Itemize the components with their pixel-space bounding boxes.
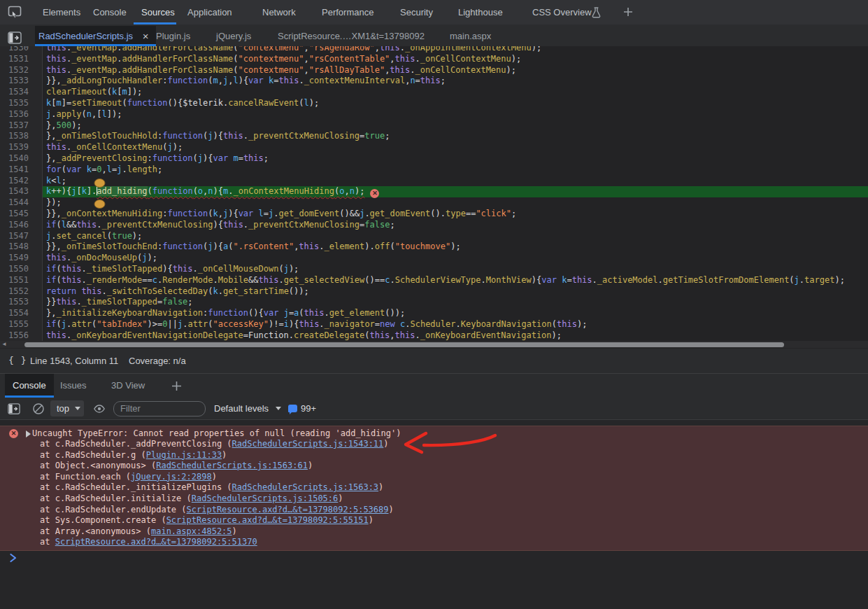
line-number[interactable]: 1532 [0, 65, 43, 76]
code-line-1533[interactable]: 1533}},_addLongTouchHandler:function(m,j… [0, 76, 868, 87]
drawer-tab-3d-view[interactable]: 3D View [111, 374, 145, 398]
main-tab-performance[interactable]: Performance [322, 0, 373, 24]
code-line-1548[interactable]: 1548}},_onTimeSlotTouchEnd:function(j){a… [0, 241, 868, 253]
line-number[interactable]: 1547 [0, 231, 43, 242]
code-line-1544[interactable]: 1544}); [0, 197, 868, 209]
source-link[interactable]: Plugin.js:11:33 [146, 450, 222, 460]
issues-counter[interactable]: 99+ [288, 398, 316, 420]
drawer-tab-issues[interactable]: Issues [60, 374, 87, 398]
main-tab-security[interactable]: Security [400, 0, 433, 24]
expand-triangle-icon[interactable] [26, 430, 31, 438]
code-line-1542[interactable]: 1542k<l; [0, 176, 868, 187]
console-error-message[interactable]: ✕ Uncaught TypeError: Cannot read proper… [0, 426, 868, 551]
javascript-context-select[interactable]: top [50, 400, 84, 416]
line-number[interactable]: 1535 [0, 98, 43, 109]
line-number[interactable]: 1545 [0, 209, 43, 220]
file-tab-jquery-js[interactable]: jQuery.js [216, 26, 251, 46]
close-tab-icon[interactable]: × [138, 26, 153, 46]
code-line-1552[interactable]: 1552return this._switchToSelectedDay(k.g… [0, 286, 868, 298]
add-panel-tab-button[interactable] [622, 6, 634, 18]
file-tab-main-aspx[interactable]: main.aspx [450, 26, 491, 46]
line-number[interactable]: 1556 [0, 330, 43, 341]
code-editor[interactable]: 1530this._eventMap.addHandlerForClassNam… [0, 46, 868, 341]
line-number[interactable]: 1552 [0, 286, 43, 298]
line-number[interactable]: 1548 [0, 241, 43, 253]
source-link[interactable]: ScriptResource.axd?d…&t=13798092:5:53689 [187, 505, 389, 514]
source-link[interactable]: jQuery.js:2:2898 [131, 472, 212, 482]
selection-handle-top[interactable] [94, 178, 106, 188]
line-number[interactable]: 1530 [0, 46, 43, 54]
line-number[interactable]: 1550 [0, 264, 43, 275]
code-line-1531[interactable]: 1531this._eventMap.addHandlerForClassNam… [0, 54, 868, 65]
line-number[interactable]: 1555 [0, 319, 43, 330]
live-expression-icon[interactable] [93, 402, 106, 415]
show-console-sidebar-icon[interactable] [8, 402, 20, 415]
drawer-tab-console[interactable]: Console [5, 374, 54, 398]
code-line-1551[interactable]: 1551if(this._renderMode==c.RenderMode.Mo… [0, 275, 868, 286]
main-tab-console[interactable]: Console [93, 0, 127, 24]
code-line-1537[interactable]: 1537},500); [0, 120, 868, 132]
code-line-1553[interactable]: 1553}}this._timeSlotTapped=false; [0, 297, 868, 308]
code-line-1554[interactable]: 1554},_initializeKeyboardNavigation:func… [0, 308, 868, 319]
line-number[interactable]: 1536 [0, 109, 43, 120]
inspect-cursor-icon[interactable] [8, 6, 22, 19]
line-number[interactable]: 1531 [0, 54, 43, 65]
scrollbar-thumb[interactable] [24, 342, 784, 347]
console-prompt-input[interactable] [21, 549, 860, 563]
code-line-1555[interactable]: 1555if(j.attr("tabIndex")>=0||j.attr("ac… [0, 319, 868, 330]
main-tab-application[interactable]: Application [187, 0, 232, 24]
line-number[interactable]: 1539 [0, 142, 43, 153]
source-link[interactable]: RadSchedulerScripts.js:1505:6 [192, 493, 339, 503]
scrollbar-left-arrow-icon[interactable]: ◄ [1, 342, 8, 347]
code-line-1550[interactable]: 1550if(this._timeSlotTapped){this._onCel… [0, 264, 868, 275]
file-tab-scriptresource-xm1-t-13798092[interactable]: ScriptResource.…XM1&t=13798092 [278, 26, 425, 46]
console-filter-input[interactable]: Filter [113, 401, 206, 416]
code-line-1540[interactable]: 1540},_addPreventClosing:function(j){var… [0, 153, 868, 164]
main-tab-network[interactable]: Network [262, 0, 296, 24]
line-number[interactable]: 1533 [0, 76, 43, 87]
log-levels-select[interactable]: Default levels [214, 398, 281, 420]
line-number[interactable]: 1544 [0, 197, 43, 209]
line-number[interactable]: 1553 [0, 297, 43, 308]
line-number[interactable]: 1534 [0, 87, 43, 98]
line-number[interactable]: 1551 [0, 275, 43, 286]
code-line-1543[interactable]: 1543k++){j[k].add_hiding(function(o,n){m… [0, 186, 868, 197]
code-line-1556[interactable]: 1556this._onKeyboardEventNavigationDeleg… [0, 330, 868, 341]
add-drawer-tab-button[interactable] [171, 380, 183, 392]
line-number[interactable]: 1538 [0, 131, 43, 142]
source-link[interactable]: RadSchedulerScripts.js:1563:61 [156, 461, 308, 470]
clear-console-icon[interactable] [32, 402, 45, 415]
line-number[interactable]: 1540 [0, 153, 43, 164]
line-number[interactable]: 1554 [0, 308, 43, 319]
code-line-1532[interactable]: 1532this._eventMap.addHandlerForClassNam… [0, 65, 868, 76]
source-link[interactable]: RadSchedulerScripts.js:1563:3 [232, 482, 379, 492]
editor-horizontal-scrollbar[interactable]: ◄ [0, 341, 868, 348]
code-line-1547[interactable]: 1547j.set_cancel(true); [0, 231, 868, 242]
line-number[interactable]: 1546 [0, 220, 43, 231]
main-tab-lighthouse[interactable]: Lighthouse [458, 0, 503, 24]
line-number[interactable]: 1549 [0, 253, 43, 264]
pretty-print-button[interactable]: { } [8, 355, 27, 365]
code-line-1545[interactable]: 1545}},_onContextMenuHiding:function(k,j… [0, 209, 868, 220]
code-line-1546[interactable]: 1546if(l&&this._preventCtxMenuClosing){t… [0, 220, 868, 231]
file-tab-radschedulerscripts-js[interactable]: RadSchedulerScripts.js× [35, 26, 156, 46]
line-number[interactable]: 1542 [0, 176, 43, 187]
code-line-1541[interactable]: 1541for(var k=0,l=j.length; [0, 164, 868, 176]
code-line-1536[interactable]: 1536j.apply(n,[l]); [0, 109, 868, 120]
show-navigator-icon[interactable] [8, 31, 22, 44]
code-line-1539[interactable]: 1539this._onCellContextMenu(j); [0, 142, 868, 153]
main-tab-elements[interactable]: Elements [43, 0, 80, 24]
line-number[interactable]: 1537 [0, 120, 43, 132]
code-line-1534[interactable]: 1534clearTimeout(k[m]); [0, 87, 868, 98]
selection-handle-bottom[interactable] [94, 200, 106, 209]
code-line-1549[interactable]: 1549this._onDocMouseUp(j); [0, 253, 868, 264]
code-line-1530[interactable]: 1530this._eventMap.addHandlerForClassNam… [0, 46, 868, 54]
source-link[interactable]: ScriptResource.axd?d…&t=13798092:5:55151 [166, 515, 369, 525]
file-tab-plugin-js[interactable]: Plugin.js [156, 26, 190, 46]
source-link[interactable]: ScriptResource.axd?d…&t=13798092:5:51370 [55, 537, 257, 547]
main-tab-css-overview[interactable]: CSS Overview [532, 0, 592, 24]
line-number[interactable]: 1543 [0, 186, 43, 197]
code-line-1535[interactable]: 1535k[m]=setTimeout(function(){$telerik.… [0, 98, 868, 109]
main-tab-sources[interactable]: Sources [141, 0, 175, 24]
code-line-1538[interactable]: 1538},_onTimeSlotTouchHold:function(j){t… [0, 131, 868, 142]
